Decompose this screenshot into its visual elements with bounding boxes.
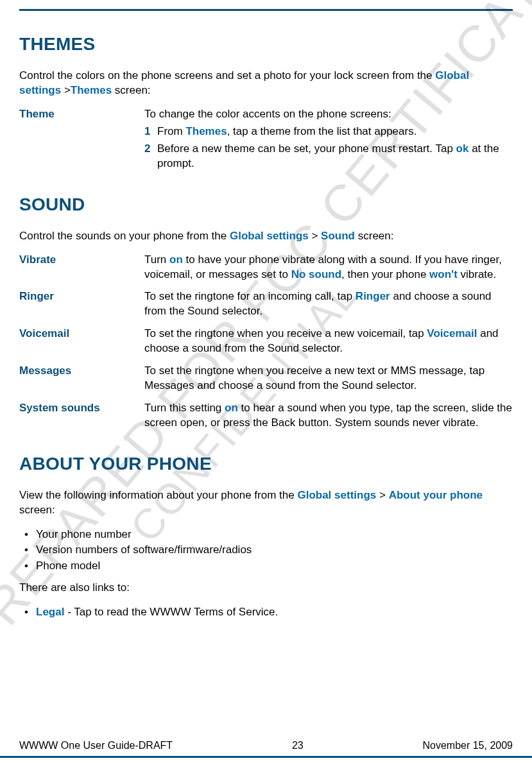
text: To set the ringtone when you receive a n…: [144, 327, 427, 339]
global-settings-link: Global settings: [297, 489, 376, 501]
text: View the following information about you…: [19, 489, 297, 501]
about-heading: ABOUT YOUR PHONE: [19, 454, 513, 474]
text: vibrate.: [458, 268, 496, 280]
text: , then your phone: [341, 268, 429, 280]
step-text: From Themes, tap a theme from the list t…: [157, 124, 513, 139]
step-number: 2: [144, 142, 157, 171]
themes-intro: Control the colors on the phone screens …: [19, 69, 513, 98]
text: Control the sounds on your phone from th…: [19, 230, 230, 242]
theme-step-2: 2 Before a new theme can be set, your ph…: [144, 142, 513, 171]
list-item: Phone model: [24, 558, 513, 574]
ringer-body: To set the ringtone for an incoming call…: [144, 289, 513, 319]
step-number: 1: [144, 124, 157, 139]
text: screen:: [112, 84, 150, 96]
global-settings-link: Global settings: [230, 230, 309, 242]
voicemail-emph: Voicemail: [427, 327, 477, 339]
about-intro: View the following information about you…: [19, 488, 513, 518]
themes-link: Themes: [71, 84, 112, 96]
no-sound-emph: No sound: [291, 268, 341, 280]
page-footer: WWWW One User Guide-DRAFT 23 November 15…: [19, 740, 513, 751]
bottom-border: [0, 756, 532, 758]
sound-heading: SOUND: [19, 194, 513, 215]
footer-date: November 15, 2009: [422, 740, 513, 751]
text: Turn this setting: [144, 402, 225, 414]
system-sounds-label: System sounds: [19, 401, 144, 431]
text: Before a new theme can be set, your phon…: [157, 142, 456, 155]
vibrate-body: Turn on to have your phone vibrate along…: [144, 253, 513, 282]
text: >: [309, 230, 321, 242]
text: , tap a theme from the list that appears…: [227, 125, 417, 137]
theme-row: Theme To change the color accents on the…: [19, 107, 513, 171]
ok-emph: ok: [456, 142, 469, 155]
messages-body: To set the ringtone when you receive a n…: [144, 364, 513, 393]
ringer-emph: Ringer: [356, 290, 390, 302]
theme-label: Theme: [19, 107, 144, 171]
list-item: Your phone number: [24, 527, 513, 543]
about-links-list: Legal - Tap to read the WWWW Terms of Se…: [19, 604, 513, 621]
vibrate-row: Vibrate Turn on to have your phone vibra…: [19, 253, 513, 282]
ringer-label: Ringer: [19, 289, 144, 319]
step-text: Before a new theme can be set, your phon…: [157, 142, 513, 171]
sound-link: Sound: [321, 230, 355, 242]
messages-label: Messages: [19, 364, 144, 393]
theme-body: To change the color accents on the phone…: [144, 107, 513, 171]
text: To set the ringtone for an incoming call…: [144, 290, 356, 302]
system-sounds-row: System sounds Turn this setting on to he…: [19, 401, 513, 431]
wont-emph: won't: [429, 268, 458, 280]
voicemail-body: To set the ringtone when you receive a n…: [144, 327, 513, 356]
text: screen:: [19, 504, 55, 516]
ringer-row: Ringer To set the ringtone for an incomi…: [19, 289, 513, 319]
themes-emph: Themes: [185, 125, 227, 137]
list-item: Legal - Tap to read the WWWW Terms of Se…: [24, 604, 513, 621]
about-phone-link: About your phone: [389, 489, 483, 501]
legal-link: Legal: [36, 606, 64, 618]
on-emph: on: [169, 253, 183, 266]
text: >: [61, 84, 71, 96]
top-border: [19, 9, 513, 11]
text: Control the colors on the phone screens …: [19, 69, 435, 81]
text: - Tap to read the WWWW Terms of Service.: [64, 606, 278, 618]
sound-intro: Control the sounds on your phone from th…: [19, 229, 513, 244]
theme-step-1: 1 From Themes, tap a theme from the list…: [144, 124, 513, 139]
voicemail-label: Voicemail: [19, 327, 144, 356]
messages-row: Messages To set the ringtone when you re…: [19, 364, 513, 393]
voicemail-row: Voicemail To set the ringtone when you r…: [19, 327, 513, 356]
theme-body-intro: To change the color accents on the phone…: [144, 107, 513, 122]
text: Turn: [144, 253, 169, 266]
about-also: There are also links to:: [19, 581, 513, 596]
text: screen:: [355, 230, 393, 242]
text: From: [157, 125, 185, 137]
themes-heading: THEMES: [19, 34, 513, 55]
list-item: Version numbers of software/firmware/rad…: [24, 542, 513, 558]
on-emph: on: [225, 402, 238, 414]
vibrate-label: Vibrate: [19, 253, 144, 282]
text: >: [376, 489, 388, 501]
footer-left: WWWW One User Guide-DRAFT: [19, 740, 173, 751]
about-list: Your phone number Version numbers of sof…: [19, 527, 513, 574]
footer-page-number: 23: [292, 740, 304, 751]
system-sounds-body: Turn this setting on to hear a sound whe…: [144, 401, 513, 431]
